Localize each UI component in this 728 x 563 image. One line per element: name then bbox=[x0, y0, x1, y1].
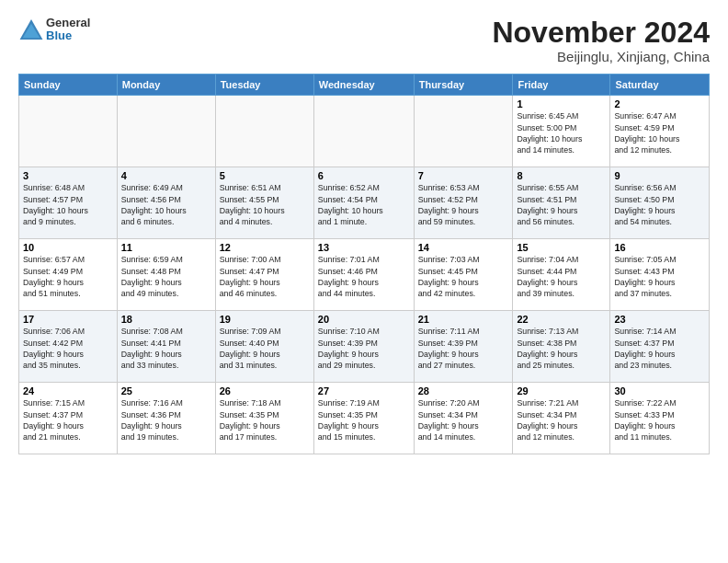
day-number: 26 bbox=[220, 385, 310, 396]
day-info: Sunrise: 6:56 AM Sunset: 4:50 PM Dayligh… bbox=[614, 182, 705, 227]
day-number: 16 bbox=[614, 242, 705, 253]
page: General Blue November 2024 Beijinglu, Xi… bbox=[0, 0, 728, 563]
week-row-3: 17Sunrise: 7:06 AM Sunset: 4:42 PM Dayli… bbox=[19, 311, 710, 383]
day-number: 12 bbox=[220, 242, 310, 253]
logo-blue: Blue bbox=[46, 29, 90, 42]
day-number: 24 bbox=[23, 385, 113, 396]
day-number: 21 bbox=[418, 314, 509, 325]
logo-general: General bbox=[46, 17, 90, 29]
day-cell: 28Sunrise: 7:20 AM Sunset: 4:34 PM Dayli… bbox=[414, 383, 513, 454]
day-info: Sunrise: 6:57 AM Sunset: 4:49 PM Dayligh… bbox=[23, 254, 113, 299]
header: General Blue November 2024 Beijinglu, Xi… bbox=[18, 17, 710, 64]
day-number: 6 bbox=[318, 170, 410, 181]
day-number: 11 bbox=[121, 242, 211, 253]
day-number: 1 bbox=[517, 98, 606, 109]
day-cell: 3Sunrise: 6:48 AM Sunset: 4:57 PM Daylig… bbox=[19, 167, 118, 239]
day-number: 2 bbox=[614, 98, 705, 109]
day-number: 5 bbox=[220, 170, 310, 181]
day-info: Sunrise: 7:08 AM Sunset: 4:41 PM Dayligh… bbox=[121, 326, 211, 371]
week-row-4: 24Sunrise: 7:15 AM Sunset: 4:37 PM Dayli… bbox=[19, 383, 710, 454]
col-wednesday: Wednesday bbox=[313, 75, 414, 96]
col-friday: Friday bbox=[513, 75, 610, 96]
day-number: 27 bbox=[318, 385, 410, 396]
day-cell: 1Sunrise: 6:45 AM Sunset: 5:00 PM Daylig… bbox=[513, 96, 610, 167]
col-sunday: Sunday bbox=[19, 75, 118, 96]
day-cell: 13Sunrise: 7:01 AM Sunset: 4:46 PM Dayli… bbox=[313, 239, 414, 311]
day-number: 10 bbox=[23, 242, 113, 253]
day-number: 20 bbox=[318, 314, 410, 325]
day-info: Sunrise: 6:49 AM Sunset: 4:56 PM Dayligh… bbox=[121, 182, 211, 227]
day-number: 18 bbox=[121, 314, 211, 325]
col-saturday: Saturday bbox=[610, 75, 710, 96]
day-info: Sunrise: 7:05 AM Sunset: 4:43 PM Dayligh… bbox=[614, 254, 705, 299]
day-number: 25 bbox=[121, 385, 211, 396]
day-cell: 21Sunrise: 7:11 AM Sunset: 4:39 PM Dayli… bbox=[414, 311, 513, 383]
day-cell: 12Sunrise: 7:00 AM Sunset: 4:47 PM Dayli… bbox=[215, 239, 313, 311]
day-info: Sunrise: 7:06 AM Sunset: 4:42 PM Dayligh… bbox=[23, 326, 113, 371]
day-cell: 26Sunrise: 7:18 AM Sunset: 4:35 PM Dayli… bbox=[215, 383, 313, 454]
day-info: Sunrise: 6:59 AM Sunset: 4:48 PM Dayligh… bbox=[121, 254, 211, 299]
day-cell: 27Sunrise: 7:19 AM Sunset: 4:35 PM Dayli… bbox=[313, 383, 414, 454]
day-cell: 29Sunrise: 7:21 AM Sunset: 4:34 PM Dayli… bbox=[513, 383, 610, 454]
month-title: November 2024 bbox=[492, 17, 710, 49]
title-block: November 2024 Beijinglu, Xinjiang, China bbox=[492, 17, 710, 64]
day-cell: 2Sunrise: 6:47 AM Sunset: 4:59 PM Daylig… bbox=[610, 96, 710, 167]
day-info: Sunrise: 6:51 AM Sunset: 4:55 PM Dayligh… bbox=[220, 182, 310, 227]
day-cell bbox=[414, 96, 513, 167]
day-info: Sunrise: 6:55 AM Sunset: 4:51 PM Dayligh… bbox=[517, 182, 606, 227]
day-cell: 7Sunrise: 6:53 AM Sunset: 4:52 PM Daylig… bbox=[414, 167, 513, 239]
day-cell: 8Sunrise: 6:55 AM Sunset: 4:51 PM Daylig… bbox=[513, 167, 610, 239]
day-cell: 4Sunrise: 6:49 AM Sunset: 4:56 PM Daylig… bbox=[117, 167, 215, 239]
day-info: Sunrise: 7:04 AM Sunset: 4:44 PM Dayligh… bbox=[517, 254, 606, 299]
day-cell: 20Sunrise: 7:10 AM Sunset: 4:39 PM Dayli… bbox=[313, 311, 414, 383]
week-row-2: 10Sunrise: 6:57 AM Sunset: 4:49 PM Dayli… bbox=[19, 239, 710, 311]
day-cell bbox=[215, 96, 313, 167]
day-info: Sunrise: 7:13 AM Sunset: 4:38 PM Dayligh… bbox=[517, 326, 606, 371]
day-info: Sunrise: 6:45 AM Sunset: 5:00 PM Dayligh… bbox=[517, 110, 606, 155]
day-number: 17 bbox=[23, 314, 113, 325]
day-info: Sunrise: 7:19 AM Sunset: 4:35 PM Dayligh… bbox=[318, 397, 410, 442]
day-number: 7 bbox=[418, 170, 509, 181]
day-number: 29 bbox=[517, 385, 606, 396]
day-info: Sunrise: 7:00 AM Sunset: 4:47 PM Dayligh… bbox=[220, 254, 310, 299]
day-info: Sunrise: 7:21 AM Sunset: 4:34 PM Dayligh… bbox=[517, 397, 606, 442]
week-row-0: 1Sunrise: 6:45 AM Sunset: 5:00 PM Daylig… bbox=[19, 96, 710, 167]
day-cell: 5Sunrise: 6:51 AM Sunset: 4:55 PM Daylig… bbox=[215, 167, 313, 239]
day-info: Sunrise: 6:53 AM Sunset: 4:52 PM Dayligh… bbox=[418, 182, 509, 227]
day-number: 23 bbox=[614, 314, 705, 325]
col-thursday: Thursday bbox=[414, 75, 513, 96]
day-info: Sunrise: 7:15 AM Sunset: 4:37 PM Dayligh… bbox=[23, 397, 113, 442]
day-info: Sunrise: 7:11 AM Sunset: 4:39 PM Dayligh… bbox=[418, 326, 509, 371]
logo-icon bbox=[18, 17, 44, 42]
day-info: Sunrise: 7:16 AM Sunset: 4:36 PM Dayligh… bbox=[121, 397, 211, 442]
day-number: 19 bbox=[220, 314, 310, 325]
day-info: Sunrise: 6:48 AM Sunset: 4:57 PM Dayligh… bbox=[23, 182, 113, 227]
calendar-body: 1Sunrise: 6:45 AM Sunset: 5:00 PM Daylig… bbox=[19, 96, 710, 454]
logo: General Blue bbox=[18, 17, 90, 43]
day-cell: 16Sunrise: 7:05 AM Sunset: 4:43 PM Dayli… bbox=[610, 239, 710, 311]
day-number: 9 bbox=[614, 170, 705, 181]
day-info: Sunrise: 6:47 AM Sunset: 4:59 PM Dayligh… bbox=[614, 110, 705, 155]
day-info: Sunrise: 6:52 AM Sunset: 4:54 PM Dayligh… bbox=[318, 182, 410, 227]
day-number: 30 bbox=[614, 385, 705, 396]
day-number: 14 bbox=[418, 242, 509, 253]
day-cell bbox=[19, 96, 118, 167]
day-info: Sunrise: 7:18 AM Sunset: 4:35 PM Dayligh… bbox=[220, 397, 310, 442]
day-info: Sunrise: 7:09 AM Sunset: 4:40 PM Dayligh… bbox=[220, 326, 310, 371]
calendar-table: Sunday Monday Tuesday Wednesday Thursday… bbox=[18, 74, 710, 454]
day-info: Sunrise: 7:03 AM Sunset: 4:45 PM Dayligh… bbox=[418, 254, 509, 299]
day-number: 15 bbox=[517, 242, 606, 253]
day-info: Sunrise: 7:14 AM Sunset: 4:37 PM Dayligh… bbox=[614, 326, 705, 371]
header-row: Sunday Monday Tuesday Wednesday Thursday… bbox=[19, 75, 710, 96]
logo-text: General Blue bbox=[46, 17, 90, 43]
day-cell: 6Sunrise: 6:52 AM Sunset: 4:54 PM Daylig… bbox=[313, 167, 414, 239]
day-cell: 22Sunrise: 7:13 AM Sunset: 4:38 PM Dayli… bbox=[513, 311, 610, 383]
day-cell: 10Sunrise: 6:57 AM Sunset: 4:49 PM Dayli… bbox=[19, 239, 118, 311]
day-number: 28 bbox=[418, 385, 509, 396]
day-number: 4 bbox=[121, 170, 211, 181]
day-number: 3 bbox=[23, 170, 113, 181]
day-cell bbox=[117, 96, 215, 167]
day-info: Sunrise: 7:01 AM Sunset: 4:46 PM Dayligh… bbox=[318, 254, 410, 299]
day-cell: 23Sunrise: 7:14 AM Sunset: 4:37 PM Dayli… bbox=[610, 311, 710, 383]
day-cell: 9Sunrise: 6:56 AM Sunset: 4:50 PM Daylig… bbox=[610, 167, 710, 239]
